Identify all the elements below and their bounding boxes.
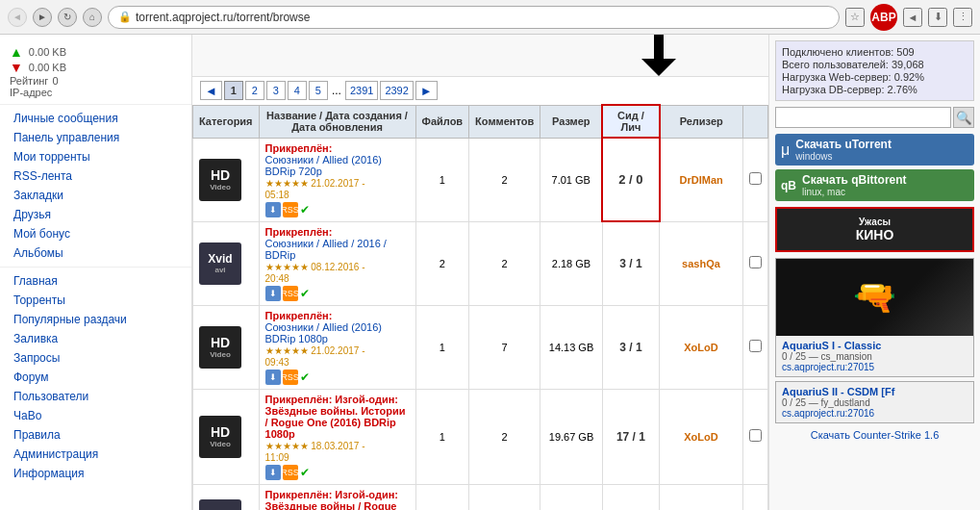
comments-cell: 2 (469, 389, 540, 484)
back2-button[interactable]: ◄ (903, 8, 922, 27)
download-icon[interactable]: ⬇ (265, 286, 281, 301)
sidebar-item-messages[interactable]: Личные сообщения (0, 109, 191, 128)
sidebar-item-mytorrents[interactable]: Мои торренты (0, 147, 191, 166)
lock-icon: 🔒 (118, 11, 132, 23)
upload-arrow-icon: ▲ (10, 44, 23, 60)
sidebar-item-torrents[interactable]: Торренты (0, 291, 191, 310)
page-3-button[interactable]: 3 (266, 81, 286, 100)
torrent-link[interactable]: Союзники / Allied / 2016 / BDRip (265, 238, 387, 261)
rating-label-row: Рейтинг 0 (10, 75, 182, 87)
th-title[interactable]: Название / Дата создания / Дата обновлен… (259, 105, 415, 138)
th-seeds[interactable]: Сид / Лич (602, 105, 659, 138)
torrent-table: Категория Название / Дата создания / Дат… (192, 104, 768, 510)
browser-chrome: ◄ ► ↻ ⌂ 🔒 torrent.aqproject.ru/torrent/b… (0, 0, 980, 35)
cs-server-1[interactable]: 🔫 AquariuS I - Classic 0 / 25 — cs_mansi… (775, 258, 974, 377)
releaser-link[interactable]: XoLoD (684, 431, 717, 443)
home-button[interactable]: ⌂ (83, 8, 102, 27)
forward-button[interactable]: ► (33, 8, 52, 27)
row-checkbox[interactable] (749, 340, 762, 352)
download-icon[interactable]: ⬇ (265, 202, 281, 217)
server-stats: Подключено клиентов: 509 Всего пользоват… (775, 40, 974, 101)
sidebar-item-rss[interactable]: RSS-лента (0, 166, 191, 186)
star-button[interactable]: ☆ (845, 8, 865, 27)
action-icons: ⬇ RSS ✔ (265, 286, 410, 301)
rss-icon[interactable]: RSS (283, 286, 298, 301)
releaser-link[interactable]: XoLoD (684, 342, 717, 353)
download-icon[interactable]: ⬇ (265, 465, 281, 480)
th-files[interactable]: Файлов (415, 105, 469, 138)
cs-server-link-1[interactable]: cs.aqproject.ru:27015 (782, 362, 967, 372)
sidebar-item-bookmarks[interactable]: Закладки (0, 186, 191, 205)
action-icons: ⬇ RSS ✔ (265, 465, 410, 480)
cat-cell: Xvid avi (193, 221, 260, 305)
torrent-link[interactable]: Союзники / Allied (2016) BDRip 1080p (265, 321, 382, 344)
menu-button[interactable]: ⋮ (953, 8, 972, 27)
rating-row: ▲ 0.00 KB (10, 44, 182, 60)
sidebar-item-panel[interactable]: Панель управления (0, 128, 191, 147)
th-releaser[interactable]: Релизер (660, 105, 743, 138)
address-bar[interactable]: 🔒 torrent.aqproject.ru/torrent/browse (108, 6, 840, 29)
page-1-button[interactable]: 1 (224, 81, 243, 100)
sidebar-item-home[interactable]: Главная (0, 271, 191, 291)
search-button[interactable]: 🔍 (953, 107, 974, 128)
sidebar-item-upload[interactable]: Заливка (0, 329, 191, 348)
comments-cell: 4 (469, 484, 540, 510)
files-cell: 2 (415, 484, 469, 510)
sidebar-item-faq[interactable]: ЧаВо (0, 406, 191, 425)
download-button[interactable]: ⬇ (928, 8, 947, 27)
page-4-button[interactable]: 4 (288, 81, 307, 100)
th-comments[interactable]: Комментов (469, 105, 540, 138)
category-icon: HD Video (199, 416, 241, 458)
qbittorrent-button[interactable]: qB Скачать qBittorent linux, mac (775, 169, 974, 201)
rss-icon[interactable]: RSS (283, 465, 298, 480)
seeds-value: 3 / 1 (619, 341, 641, 354)
row-checkbox[interactable] (749, 256, 762, 268)
horror-banner[interactable]: Ужасы КИНО (775, 207, 974, 252)
releaser-link[interactable]: DrDIMan (680, 174, 723, 186)
connected-stat: Подключено клиентов: 509 (782, 46, 967, 58)
refresh-button[interactable]: ↻ (58, 8, 77, 27)
rss-icon[interactable]: RSS (283, 370, 298, 385)
releaser-link[interactable]: sashQa (682, 258, 720, 269)
download-cs-link[interactable]: Скачать Counter-Strike 1.6 (775, 427, 974, 443)
cat-cell: HD Video (193, 138, 260, 221)
torrent-link[interactable]: Союзники / Allied (2016) BDRip 720p (265, 154, 382, 177)
sidebar-item-requests[interactable]: Запросы (0, 348, 191, 368)
comments-cell: 2 (469, 138, 540, 221)
sidebar-item-bonus[interactable]: Мой бонус (0, 224, 191, 243)
size-cell: 2.12 GB (540, 484, 603, 510)
page-2392-button[interactable]: 2392 (380, 81, 413, 100)
search-input[interactable] (775, 107, 951, 128)
row-checkbox[interactable] (749, 172, 762, 185)
page-5-button[interactable]: 5 (309, 81, 328, 100)
back-button[interactable]: ◄ (8, 8, 27, 27)
qbittorrent-icon: qB (781, 179, 796, 192)
cs-server-2[interactable]: AquariuS II - CSDM [Ff 0 / 25 — fy_dustl… (775, 381, 974, 423)
table-row: HD Video Прикреплён: Союзники / Allied (… (193, 138, 768, 221)
prev-page-button[interactable]: ◄ (200, 81, 222, 100)
size-cell: 14.13 GB (540, 305, 603, 389)
cs-server-link-2[interactable]: cs.aqproject.ru:27016 (782, 408, 967, 419)
sidebar-item-info[interactable]: Информация (0, 464, 191, 483)
sidebar-item-admin[interactable]: Администрация (0, 445, 191, 464)
sidebar-item-users[interactable]: Пользователи (0, 387, 191, 406)
row-checkbox[interactable] (749, 429, 762, 442)
releaser-cell: XoLoD (660, 389, 743, 484)
page-2391-button[interactable]: 2391 (345, 81, 378, 100)
next-page-button[interactable]: ► (415, 81, 438, 100)
sidebar-item-albums[interactable]: Альбомы (0, 243, 191, 263)
utorrent-button[interactable]: μ Скачать uTorrent windows (775, 134, 974, 166)
sidebar-item-rules[interactable]: Правила (0, 425, 191, 445)
url-text: torrent.aqproject.ru/torrent/browse (136, 11, 310, 24)
checkbox-cell (742, 389, 767, 484)
rss-icon[interactable]: RSS (283, 202, 298, 217)
sidebar-item-friends[interactable]: Друзья (0, 205, 191, 224)
cs-server-name-2: AquariuS II - CSDM [Ff (782, 386, 967, 397)
th-size[interactable]: Размер (540, 105, 603, 138)
sidebar-item-forum[interactable]: Форум (0, 368, 191, 387)
pinned-label: Прикреплён: (265, 226, 333, 238)
sidebar-item-popular[interactable]: Популярные раздачи (0, 310, 191, 329)
table-row: Xvid avi Прикреплён: Изгой-один: Звёздны… (193, 484, 768, 510)
page-2-button[interactable]: 2 (245, 81, 264, 100)
download-icon[interactable]: ⬇ (265, 370, 281, 385)
